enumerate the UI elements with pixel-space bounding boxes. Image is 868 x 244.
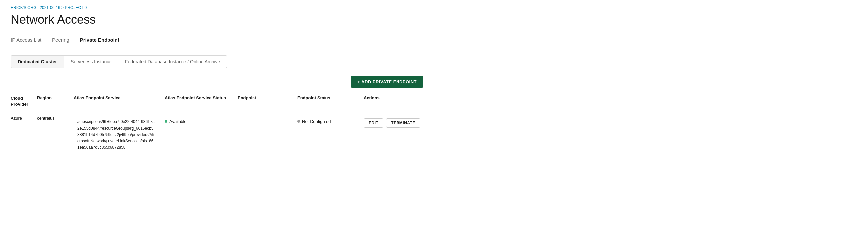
breadcrumb: ERICK'S ORG - 2021-06-16 > PROJECT 0: [11, 5, 423, 10]
sub-tabs: Dedicated Cluster Serverless Instance Fe…: [11, 56, 423, 68]
endpoints-table: Cloud Provider Region Atlas Endpoint Ser…: [11, 93, 423, 159]
cell-actions: EDIT TERMINATE: [364, 116, 423, 128]
cell-cloud-provider: Azure: [11, 116, 37, 121]
col-header-region: Region: [37, 96, 74, 107]
breadcrumb-org: ERICK'S ORG - 2021-06-16: [11, 5, 60, 10]
breadcrumb-separator: >: [60, 5, 65, 10]
add-private-endpoint-button[interactable]: + ADD PRIVATE ENDPOINT: [351, 76, 423, 88]
status-dot-not-configured: [297, 120, 300, 123]
status-label-available: Available: [169, 119, 187, 124]
status-label-not-configured: Not Configured: [302, 119, 331, 124]
service-text: /subscriptions/f676eba7-0e22-4044-936f-7…: [74, 116, 159, 153]
main-tabs: IP Access List Peering Private Endpoint: [11, 34, 423, 47]
page-title: Network Access: [11, 12, 423, 27]
tab-private-endpoint[interactable]: Private Endpoint: [80, 34, 119, 47]
breadcrumb-project: PROJECT 0: [65, 5, 87, 10]
edit-button[interactable]: EDIT: [364, 118, 383, 128]
col-header-endpoint: Endpoint: [238, 96, 297, 107]
cell-endpoint: [238, 116, 297, 119]
cell-atlas-endpoint-service-status: Available: [164, 116, 238, 124]
toolbar: + ADD PRIVATE ENDPOINT: [11, 76, 423, 88]
status-dot-available: [164, 120, 167, 123]
sub-tab-federated-database[interactable]: Federated Database Instance / Online Arc…: [119, 56, 227, 68]
col-header-actions: Actions: [364, 96, 423, 107]
table-header: Cloud Provider Region Atlas Endpoint Ser…: [11, 93, 423, 110]
sub-tab-dedicated-cluster[interactable]: Dedicated Cluster: [11, 56, 64, 68]
table-row: Azure centralus /subscriptions/f676eba7-…: [11, 110, 423, 159]
cell-endpoint-status: Not Configured: [297, 116, 364, 124]
sub-tab-serverless-instance[interactable]: Serverless Instance: [64, 56, 119, 68]
col-header-cloud-provider: Cloud Provider: [11, 96, 37, 107]
cell-atlas-endpoint-service: /subscriptions/f676eba7-0e22-4044-936f-7…: [74, 116, 164, 153]
cell-region: centralus: [37, 116, 74, 121]
col-header-atlas-endpoint-service: Atlas Endpoint Service: [74, 96, 164, 107]
tab-ip-access-list[interactable]: IP Access List: [11, 34, 41, 47]
main-page: ERICK'S ORG - 2021-06-16 > PROJECT 0 Net…: [0, 0, 434, 170]
col-header-atlas-endpoint-service-status: Atlas Endpoint Service Status: [164, 96, 238, 107]
terminate-button[interactable]: TERMINATE: [386, 118, 421, 128]
col-header-endpoint-status: Endpoint Status: [297, 96, 364, 107]
tab-peering[interactable]: Peering: [52, 34, 69, 47]
